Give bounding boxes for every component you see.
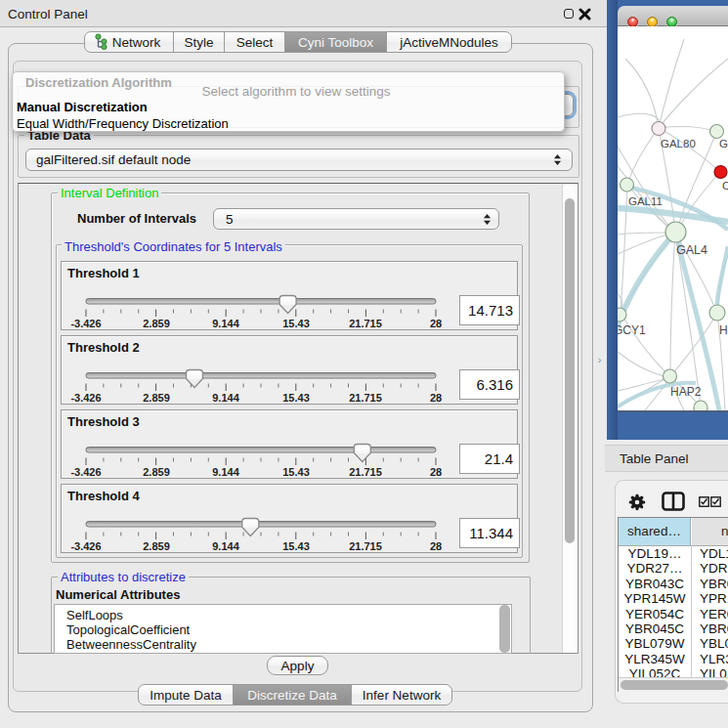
svg-text:C: C [722,180,728,192]
svg-text:GAL11: GAL11 [628,195,663,207]
svg-text:GCY1: GCY1 [618,323,646,337]
svg-text:GA: GA [719,138,728,150]
svg-text:GAL80: GAL80 [661,138,696,150]
svg-text:GAL4: GAL4 [676,243,707,257]
svg-text:H: H [719,323,728,337]
svg-text:HAP2: HAP2 [670,385,702,399]
